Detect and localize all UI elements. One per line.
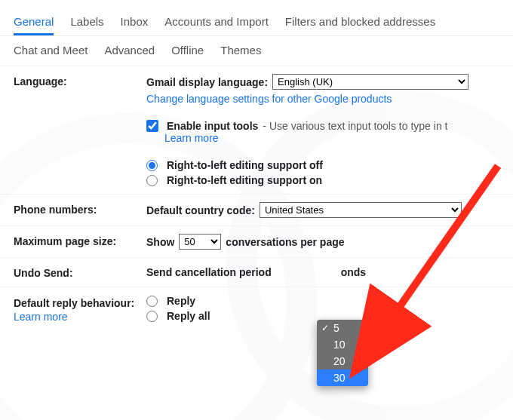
select-display-language[interactable]: English (UK) [272, 74, 468, 90]
label-page-size: Maximum page size: [14, 234, 146, 250]
label-reply-all: Reply all [167, 310, 210, 322]
radio-rtl-on[interactable] [146, 175, 158, 186]
label-language: Language: [14, 74, 146, 186]
settings-body: Language: Gmail display language: Englis… [0, 66, 513, 331]
select-page-size[interactable]: 50 [179, 234, 221, 250]
select-country-code[interactable]: United States [260, 202, 462, 218]
desc-input-tools: - Use various text input tools to type i… [263, 120, 447, 132]
settings-tabs-row-1: General Labels Inbox Accounts and Import… [0, 0, 513, 36]
label-cancel-suffix: onds [341, 266, 366, 278]
label-reply: Reply [167, 295, 195, 307]
checkbox-enable-input-tools[interactable] [146, 120, 158, 132]
settings-tabs-row-2: Chat and Meet Advanced Offline Themes [0, 36, 513, 66]
row-phone-numbers: Phone numbers: Default country code: Uni… [0, 195, 513, 226]
label-conv-per-page: conversations per page [226, 236, 344, 248]
link-input-tools-learn-more[interactable]: Learn more [164, 132, 499, 144]
label-undo-send: Undo Send: [14, 265, 146, 279]
label-cancel-prefix: Send cancellation period [146, 266, 272, 278]
label-default-reply: Default reply behaviour: Learn more [14, 295, 146, 323]
link-reply-learn-more[interactable]: Learn more [14, 311, 68, 323]
tab-chat-meet[interactable]: Chat and Meet [14, 44, 88, 57]
label-rtl-on: Right-to-left editing support on [167, 174, 322, 186]
undo-option-20[interactable]: 20 [317, 353, 368, 369]
radio-rtl-off[interactable] [146, 160, 158, 171]
row-language: Language: Gmail display language: Englis… [0, 66, 513, 195]
undo-option-10[interactable]: 10 [317, 336, 368, 353]
label-enable-input-tools: Enable input tools [167, 120, 258, 132]
label-default-country-code: Default country code: [146, 204, 255, 216]
tab-accounts-import[interactable]: Accounts and Import [164, 11, 269, 35]
undo-option-30[interactable]: 30 [317, 369, 368, 386]
label-show: Show [146, 236, 174, 248]
tab-advanced[interactable]: Advanced [104, 44, 155, 57]
undo-option-5[interactable]: 5 [317, 320, 368, 336]
tab-themes[interactable]: Themes [220, 44, 261, 57]
tab-general[interactable]: General [14, 11, 54, 35]
label-rtl-off: Right-to-left editing support off [167, 159, 323, 171]
label-phone-numbers: Phone numbers: [14, 202, 146, 218]
undo-send-dropdown[interactable]: 5 10 20 30 [317, 320, 368, 386]
label-display-language: Gmail display language: [146, 76, 268, 88]
row-page-size: Maximum page size: Show 50 conversations… [0, 226, 513, 258]
link-change-language[interactable]: Change language settings for other Googl… [146, 93, 499, 105]
radio-reply[interactable] [146, 296, 158, 307]
tab-offline[interactable]: Offline [171, 44, 204, 57]
tab-filters-blocked[interactable]: Filters and blocked addresses [285, 11, 435, 35]
tab-labels[interactable]: Labels [70, 11, 103, 35]
row-default-reply: Default reply behaviour: Learn more Repl… [0, 287, 513, 331]
row-undo-send: Undo Send: Send cancellation period onds [0, 258, 513, 287]
radio-reply-all[interactable] [146, 311, 158, 322]
tab-inbox[interactable]: Inbox [121, 11, 149, 35]
